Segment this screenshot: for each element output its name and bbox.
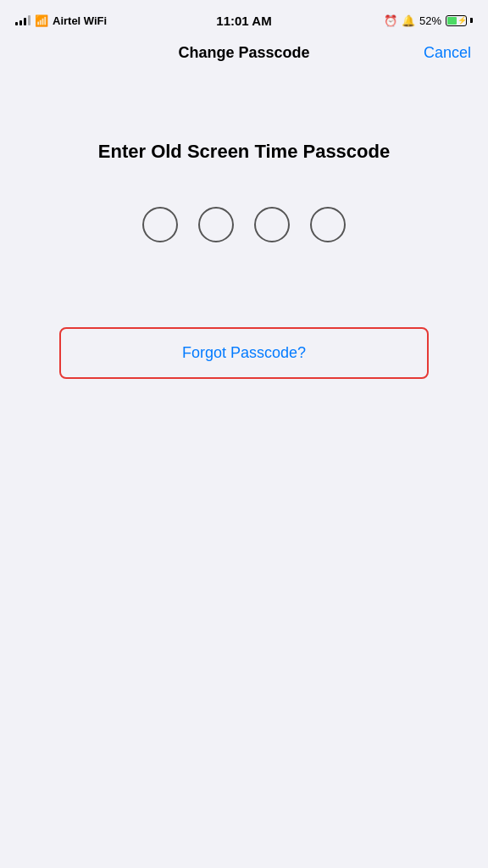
lock-icon: 🔔 bbox=[402, 14, 415, 27]
main-content: Enter Old Screen Time Passcode Forgot Pa… bbox=[0, 72, 488, 379]
forgot-passcode-container: Forgot Passcode? bbox=[0, 327, 488, 379]
carrier-name: Airtel WiFi bbox=[53, 14, 107, 27]
status-time: 11:01 AM bbox=[216, 14, 271, 28]
passcode-circles bbox=[142, 207, 346, 242]
charging-icon: ⚡ bbox=[458, 16, 467, 25]
wifi-icon: 📶 bbox=[35, 14, 48, 27]
prompt-text: Enter Old Screen Time Passcode bbox=[64, 140, 424, 164]
battery-indicator: ⚡ bbox=[446, 15, 473, 26]
battery-fill bbox=[447, 17, 457, 25]
alarm-icon: ⏰ bbox=[384, 14, 397, 27]
signal-bar-2 bbox=[19, 20, 22, 25]
forgot-passcode-button[interactable]: Forgot Passcode? bbox=[59, 327, 429, 379]
passcode-circle-3[interactable] bbox=[254, 207, 290, 242]
passcode-circle-4[interactable] bbox=[310, 207, 346, 242]
signal-bar-4 bbox=[28, 15, 30, 25]
passcode-circle-1[interactable] bbox=[142, 207, 178, 242]
signal-bar-1 bbox=[15, 22, 18, 25]
battery-body: ⚡ bbox=[446, 15, 467, 26]
cancel-button[interactable]: Cancel bbox=[420, 44, 471, 62]
status-left: 📶 Airtel WiFi bbox=[15, 14, 107, 27]
passcode-circle-2[interactable] bbox=[198, 207, 234, 242]
battery-percent: 52% bbox=[419, 14, 441, 27]
battery-tip bbox=[470, 18, 473, 23]
nav-bar: Change Passcode Cancel bbox=[0, 37, 488, 72]
status-bar: 📶 Airtel WiFi 11:01 AM ⏰ 🔔 52% ⚡ bbox=[0, 0, 488, 37]
page-title: Change Passcode bbox=[68, 44, 420, 62]
signal-bars-icon bbox=[15, 15, 30, 25]
signal-bar-3 bbox=[24, 18, 26, 25]
status-right: ⏰ 🔔 52% ⚡ bbox=[384, 14, 473, 27]
